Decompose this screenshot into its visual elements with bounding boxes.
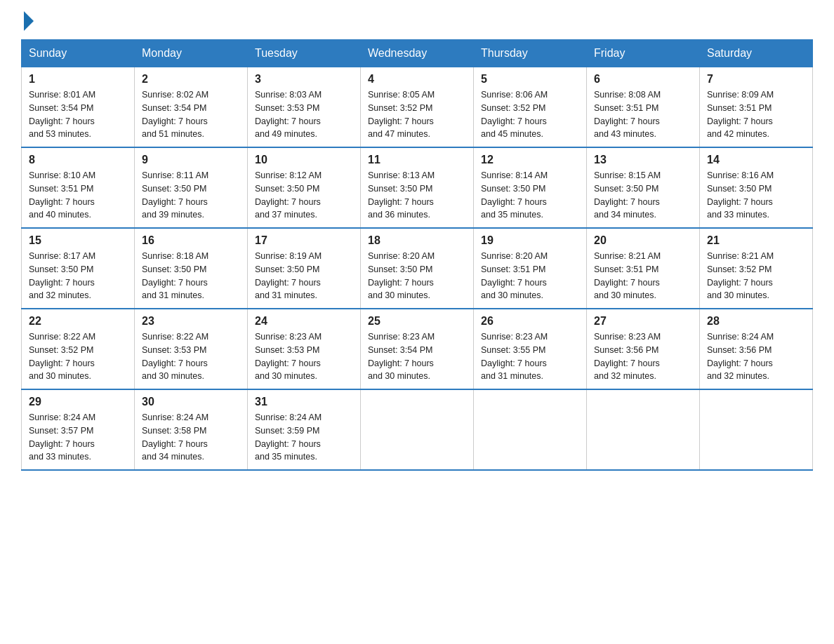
day-info: Sunrise: 8:22 AMSunset: 3:52 PMDaylight:… bbox=[29, 330, 127, 383]
day-number: 12 bbox=[481, 154, 579, 166]
calendar-week-row: 8Sunrise: 8:10 AMSunset: 3:51 PMDaylight… bbox=[22, 147, 813, 228]
calendar-cell: 16Sunrise: 8:18 AMSunset: 3:50 PMDayligh… bbox=[135, 228, 248, 309]
day-info: Sunrise: 8:10 AMSunset: 3:51 PMDaylight:… bbox=[29, 169, 127, 222]
day-info: Sunrise: 8:03 AMSunset: 3:53 PMDaylight:… bbox=[255, 88, 353, 141]
day-info: Sunrise: 8:12 AMSunset: 3:50 PMDaylight:… bbox=[255, 169, 353, 222]
calendar-cell: 31Sunrise: 8:24 AMSunset: 3:59 PMDayligh… bbox=[248, 389, 361, 470]
calendar-cell bbox=[474, 389, 587, 470]
day-number: 29 bbox=[29, 396, 127, 408]
day-info: Sunrise: 8:16 AMSunset: 3:50 PMDaylight:… bbox=[707, 169, 805, 222]
day-info: Sunrise: 8:21 AMSunset: 3:52 PMDaylight:… bbox=[707, 250, 805, 302]
calendar-cell: 22Sunrise: 8:22 AMSunset: 3:52 PMDayligh… bbox=[22, 309, 135, 389]
day-info: Sunrise: 8:01 AMSunset: 3:54 PMDaylight:… bbox=[29, 88, 127, 141]
day-number: 27 bbox=[594, 315, 692, 328]
calendar-cell: 20Sunrise: 8:21 AMSunset: 3:51 PMDayligh… bbox=[587, 228, 700, 309]
calendar-cell: 21Sunrise: 8:21 AMSunset: 3:52 PMDayligh… bbox=[700, 228, 813, 309]
calendar-cell: 12Sunrise: 8:14 AMSunset: 3:50 PMDayligh… bbox=[474, 147, 587, 228]
day-info: Sunrise: 8:09 AMSunset: 3:51 PMDaylight:… bbox=[707, 88, 805, 141]
page-header bbox=[21, 14, 813, 31]
day-number: 9 bbox=[142, 154, 240, 166]
calendar-table: SundayMondayTuesdayWednesdayThursdayFrid… bbox=[21, 39, 813, 471]
calendar-cell: 2Sunrise: 8:02 AMSunset: 3:54 PMDaylight… bbox=[135, 67, 248, 148]
calendar-cell: 26Sunrise: 8:23 AMSunset: 3:55 PMDayligh… bbox=[474, 309, 587, 389]
calendar-cell: 4Sunrise: 8:05 AMSunset: 3:52 PMDaylight… bbox=[361, 67, 474, 148]
calendar-cell: 23Sunrise: 8:22 AMSunset: 3:53 PMDayligh… bbox=[135, 309, 248, 389]
calendar-cell: 27Sunrise: 8:23 AMSunset: 3:56 PMDayligh… bbox=[587, 309, 700, 389]
day-number: 18 bbox=[368, 234, 466, 247]
day-info: Sunrise: 8:11 AMSunset: 3:50 PMDaylight:… bbox=[142, 169, 240, 222]
calendar-cell: 29Sunrise: 8:24 AMSunset: 3:57 PMDayligh… bbox=[22, 389, 135, 470]
day-info: Sunrise: 8:17 AMSunset: 3:50 PMDaylight:… bbox=[29, 250, 127, 302]
calendar-cell: 24Sunrise: 8:23 AMSunset: 3:53 PMDayligh… bbox=[248, 309, 361, 389]
calendar-cell: 3Sunrise: 8:03 AMSunset: 3:53 PMDaylight… bbox=[248, 67, 361, 148]
header-day-sunday: Sunday bbox=[22, 40, 135, 67]
day-number: 16 bbox=[142, 234, 240, 247]
calendar-cell: 15Sunrise: 8:17 AMSunset: 3:50 PMDayligh… bbox=[22, 228, 135, 309]
day-info: Sunrise: 8:24 AMSunset: 3:56 PMDaylight:… bbox=[707, 330, 805, 383]
day-number: 6 bbox=[594, 73, 692, 86]
day-info: Sunrise: 8:14 AMSunset: 3:50 PMDaylight:… bbox=[481, 169, 579, 222]
day-info: Sunrise: 8:22 AMSunset: 3:53 PMDaylight:… bbox=[142, 330, 240, 383]
calendar-cell: 10Sunrise: 8:12 AMSunset: 3:50 PMDayligh… bbox=[248, 147, 361, 228]
calendar-week-row: 1Sunrise: 8:01 AMSunset: 3:54 PMDaylight… bbox=[22, 67, 813, 148]
day-number: 24 bbox=[255, 315, 353, 328]
calendar-cell: 9Sunrise: 8:11 AMSunset: 3:50 PMDaylight… bbox=[135, 147, 248, 228]
calendar-cell: 6Sunrise: 8:08 AMSunset: 3:51 PMDaylight… bbox=[587, 67, 700, 148]
day-info: Sunrise: 8:06 AMSunset: 3:52 PMDaylight:… bbox=[481, 88, 579, 141]
calendar-cell: 19Sunrise: 8:20 AMSunset: 3:51 PMDayligh… bbox=[474, 228, 587, 309]
day-number: 28 bbox=[707, 315, 805, 328]
calendar-cell: 13Sunrise: 8:15 AMSunset: 3:50 PMDayligh… bbox=[587, 147, 700, 228]
calendar-cell: 30Sunrise: 8:24 AMSunset: 3:58 PMDayligh… bbox=[135, 389, 248, 470]
calendar-cell: 5Sunrise: 8:06 AMSunset: 3:52 PMDaylight… bbox=[474, 67, 587, 148]
calendar-cell bbox=[700, 389, 813, 470]
day-info: Sunrise: 8:05 AMSunset: 3:52 PMDaylight:… bbox=[368, 88, 466, 141]
day-number: 5 bbox=[481, 73, 579, 86]
day-number: 17 bbox=[255, 234, 353, 247]
day-info: Sunrise: 8:13 AMSunset: 3:50 PMDaylight:… bbox=[368, 169, 466, 222]
day-number: 19 bbox=[481, 234, 579, 247]
day-info: Sunrise: 8:20 AMSunset: 3:51 PMDaylight:… bbox=[481, 250, 579, 302]
day-number: 14 bbox=[707, 154, 805, 166]
day-number: 31 bbox=[255, 396, 353, 408]
day-info: Sunrise: 8:08 AMSunset: 3:51 PMDaylight:… bbox=[594, 88, 692, 141]
header-day-thursday: Thursday bbox=[474, 40, 587, 67]
day-info: Sunrise: 8:02 AMSunset: 3:54 PMDaylight:… bbox=[142, 88, 240, 141]
day-number: 30 bbox=[142, 396, 240, 408]
day-info: Sunrise: 8:23 AMSunset: 3:54 PMDaylight:… bbox=[368, 330, 466, 383]
day-info: Sunrise: 8:24 AMSunset: 3:59 PMDaylight:… bbox=[255, 411, 353, 464]
calendar-cell bbox=[587, 389, 700, 470]
day-number: 8 bbox=[29, 154, 127, 166]
calendar-cell: 17Sunrise: 8:19 AMSunset: 3:50 PMDayligh… bbox=[248, 228, 361, 309]
calendar-header-row: SundayMondayTuesdayWednesdayThursdayFrid… bbox=[22, 40, 813, 67]
day-number: 26 bbox=[481, 315, 579, 328]
day-number: 13 bbox=[594, 154, 692, 166]
calendar-week-row: 29Sunrise: 8:24 AMSunset: 3:57 PMDayligh… bbox=[22, 389, 813, 470]
day-number: 22 bbox=[29, 315, 127, 328]
day-info: Sunrise: 8:23 AMSunset: 3:56 PMDaylight:… bbox=[594, 330, 692, 383]
calendar-cell: 18Sunrise: 8:20 AMSunset: 3:50 PMDayligh… bbox=[361, 228, 474, 309]
logo-triangle-icon bbox=[24, 11, 34, 31]
day-info: Sunrise: 8:18 AMSunset: 3:50 PMDaylight:… bbox=[142, 250, 240, 302]
day-number: 21 bbox=[707, 234, 805, 247]
calendar-cell: 1Sunrise: 8:01 AMSunset: 3:54 PMDaylight… bbox=[22, 67, 135, 148]
calendar-cell: 7Sunrise: 8:09 AMSunset: 3:51 PMDaylight… bbox=[700, 67, 813, 148]
day-number: 1 bbox=[29, 73, 127, 86]
calendar-cell: 28Sunrise: 8:24 AMSunset: 3:56 PMDayligh… bbox=[700, 309, 813, 389]
day-info: Sunrise: 8:23 AMSunset: 3:55 PMDaylight:… bbox=[481, 330, 579, 383]
calendar-cell: 11Sunrise: 8:13 AMSunset: 3:50 PMDayligh… bbox=[361, 147, 474, 228]
day-info: Sunrise: 8:24 AMSunset: 3:57 PMDaylight:… bbox=[29, 411, 127, 464]
day-number: 2 bbox=[142, 73, 240, 86]
calendar-cell: 8Sunrise: 8:10 AMSunset: 3:51 PMDaylight… bbox=[22, 147, 135, 228]
day-info: Sunrise: 8:24 AMSunset: 3:58 PMDaylight:… bbox=[142, 411, 240, 464]
calendar-week-row: 15Sunrise: 8:17 AMSunset: 3:50 PMDayligh… bbox=[22, 228, 813, 309]
day-number: 11 bbox=[368, 154, 466, 166]
day-number: 23 bbox=[142, 315, 240, 328]
header-day-wednesday: Wednesday bbox=[361, 40, 474, 67]
day-number: 20 bbox=[594, 234, 692, 247]
day-info: Sunrise: 8:20 AMSunset: 3:50 PMDaylight:… bbox=[368, 250, 466, 302]
day-info: Sunrise: 8:19 AMSunset: 3:50 PMDaylight:… bbox=[255, 250, 353, 302]
day-number: 4 bbox=[368, 73, 466, 86]
header-day-tuesday: Tuesday bbox=[248, 40, 361, 67]
day-number: 3 bbox=[255, 73, 353, 86]
header-day-friday: Friday bbox=[587, 40, 700, 67]
